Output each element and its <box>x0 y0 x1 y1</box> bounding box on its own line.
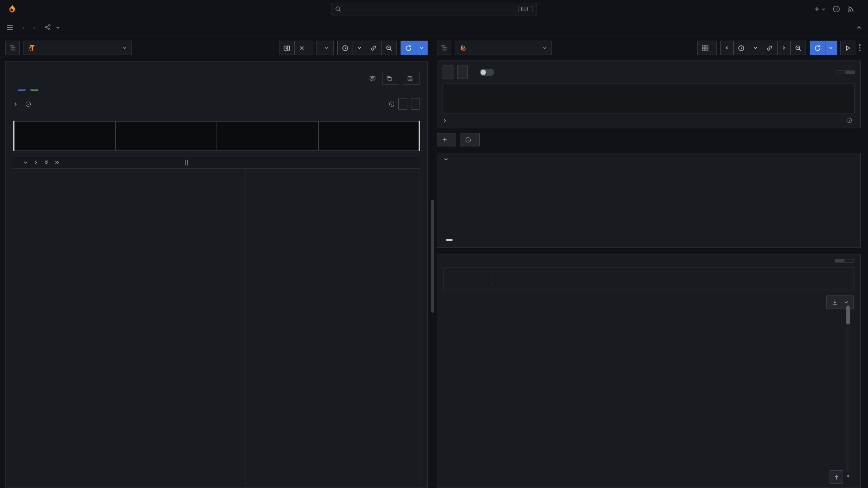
refresh-button[interactable] <box>810 41 826 55</box>
outline-toggle-button[interactable] <box>437 41 451 55</box>
table-tab[interactable] <box>844 259 854 262</box>
kick-start-query-button[interactable] <box>443 66 453 79</box>
news-icon[interactable] <box>847 5 854 13</box>
left-pane-scrollbar[interactable] <box>431 200 434 313</box>
pane-splitter[interactable] <box>430 37 435 488</box>
export-button[interactable] <box>403 73 420 84</box>
logs-scrollbar[interactable] <box>846 305 850 472</box>
label-browser-button[interactable] <box>457 66 468 79</box>
split-pane-button[interactable] <box>279 41 295 55</box>
help-icon[interactable]: ? <box>833 5 840 13</box>
time-range-button[interactable] <box>733 41 749 55</box>
collapse-one-icon[interactable] <box>23 160 28 165</box>
close-icon <box>299 46 304 51</box>
prev-span-button[interactable] <box>398 98 407 110</box>
zoom-out-icon[interactable] <box>381 41 397 55</box>
chevron-down-icon <box>123 46 127 50</box>
time-range-button[interactable] <box>337 41 353 55</box>
log-list: ▼ <box>443 304 854 488</box>
loki-pane: ▼ <box>435 37 868 488</box>
scroll-to-top-button[interactable] <box>830 470 843 484</box>
info-circle-icon <box>465 137 471 143</box>
menu-icon[interactable] <box>6 24 14 31</box>
breadcrumb-separator: › <box>23 24 24 31</box>
datasource-picker-tempo[interactable] <box>24 41 132 55</box>
next-span-button[interactable] <box>411 98 420 110</box>
permalink-icon[interactable] <box>762 41 778 55</box>
trace-minimap[interactable] <box>13 114 420 150</box>
plus-icon <box>442 137 448 142</box>
minimap-right-handle[interactable] <box>419 121 420 151</box>
search-input[interactable] <box>345 6 514 13</box>
column-resize-handle[interactable] <box>185 160 188 165</box>
time-range-dropdown[interactable] <box>749 41 762 55</box>
chevron-down-icon <box>324 46 329 50</box>
keyboard-icon <box>521 7 528 11</box>
comment-icon <box>369 75 376 82</box>
builder-mode-tab[interactable] <box>836 71 845 74</box>
svg-text:?: ? <box>835 7 838 11</box>
chevron-right-icon[interactable] <box>13 102 18 107</box>
logs-view-switch <box>835 259 854 263</box>
share-icon[interactable] <box>44 24 51 31</box>
trace-panel <box>5 61 428 488</box>
breadcrumb-bar: › › <box>0 18 868 37</box>
outline-toggle-button[interactable] <box>5 41 20 55</box>
refresh-dropdown[interactable] <box>416 41 428 55</box>
search-icon <box>335 6 341 12</box>
scrollbar-down-arrow[interactable]: ▼ <box>846 474 850 479</box>
give-feedback-link[interactable] <box>369 75 378 82</box>
new-menu-button[interactable] <box>814 6 826 12</box>
logs-panel: ▼ <box>437 254 861 488</box>
chevron-down-icon[interactable] <box>443 157 448 162</box>
logs-tab[interactable] <box>835 259 844 262</box>
explain-query-toggle[interactable] <box>480 69 494 76</box>
add-query-button[interactable] <box>437 133 456 146</box>
add-button[interactable] <box>316 41 334 55</box>
refresh-button[interactable] <box>401 41 416 55</box>
shortcut-badge <box>518 6 533 12</box>
http-method-badge <box>18 89 26 91</box>
trace-id-button[interactable] <box>382 73 399 84</box>
add-to-dashboard-button[interactable] <box>697 41 717 55</box>
grafana-logo[interactable] <box>6 4 17 14</box>
time-shift-right-icon[interactable] <box>777 41 791 55</box>
logs-volume-chart[interactable] <box>446 171 851 235</box>
info-icon <box>389 101 395 107</box>
run-query-button[interactable] <box>840 41 855 55</box>
top-nav: ? <box>0 0 868 18</box>
time-range-dropdown[interactable] <box>353 41 366 55</box>
http-status-badge <box>30 89 38 91</box>
kebab-menu-icon[interactable] <box>859 44 861 52</box>
expand-one-icon[interactable] <box>33 160 38 165</box>
datasource-picker-loki[interactable] <box>455 41 552 55</box>
logs-options <box>443 267 854 290</box>
chevron-down-icon <box>542 46 547 50</box>
permalink-icon[interactable] <box>366 41 382 55</box>
chevron-down-icon[interactable] <box>56 25 60 30</box>
tempo-pane <box>0 37 430 488</box>
info-icon <box>846 117 852 123</box>
dashboard-grid-icon <box>702 45 708 51</box>
query-inspector-button[interactable] <box>460 133 480 146</box>
close-split-button[interactable] <box>294 41 312 55</box>
zoom-out-icon[interactable] <box>790 41 806 55</box>
tempo-logo-icon <box>28 44 36 52</box>
editor-mode-switch <box>836 70 855 74</box>
collapse-section-icon[interactable] <box>856 25 862 30</box>
time-shift-left-icon[interactable] <box>720 41 734 55</box>
legend-swatch <box>446 239 453 241</box>
copy-icon <box>387 76 392 81</box>
global-search[interactable] <box>331 3 537 15</box>
info-icon <box>25 101 31 107</box>
collapse-all-icon[interactable] <box>44 160 49 165</box>
minimap-time-labels <box>13 114 420 121</box>
span-table-header <box>13 156 420 169</box>
minimap-left-handle[interactable] <box>13 121 14 151</box>
deduplication-group <box>491 277 492 278</box>
expand-all-icon[interactable] <box>54 160 60 165</box>
refresh-dropdown[interactable] <box>825 41 837 55</box>
chevron-right-icon[interactable] <box>443 118 447 123</box>
code-mode-tab[interactable] <box>845 71 854 74</box>
logql-query-input[interactable] <box>443 84 855 113</box>
